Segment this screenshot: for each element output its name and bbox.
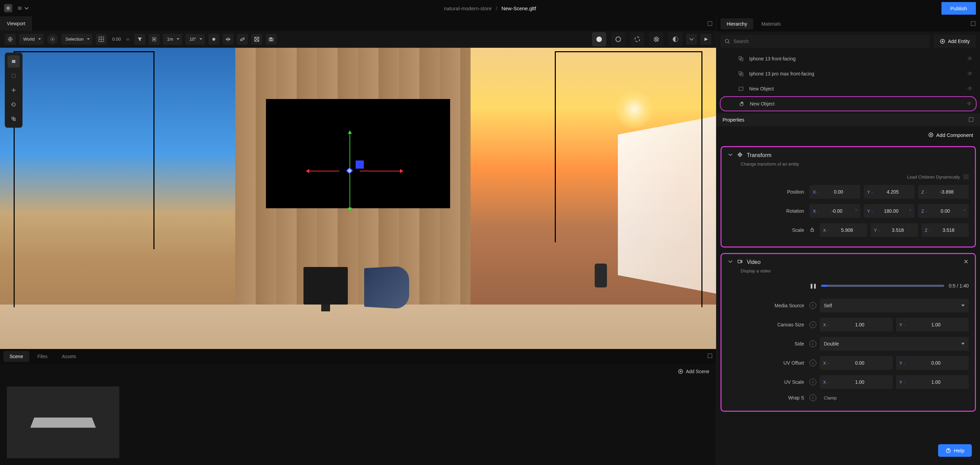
video-screen-object[interactable] — [266, 99, 450, 208]
uv-scale-x-input[interactable]: X-1.00 — [820, 375, 893, 389]
hamburger-menu[interactable] — [16, 3, 30, 13]
tab-viewport[interactable]: Viewport — [0, 16, 32, 31]
svg-point-16 — [270, 38, 272, 40]
side-select[interactable]: Double — [820, 337, 969, 351]
viewport-3d[interactable] — [0, 48, 716, 349]
tool-select-icon[interactable] — [8, 70, 20, 82]
grid-value[interactable]: 0.00 — [110, 37, 123, 42]
snap-angle-select[interactable]: 10° — [186, 34, 205, 45]
uv-offset-y-input[interactable]: Y-0.00 — [896, 356, 969, 370]
close-icon[interactable] — [963, 259, 969, 265]
tv-object-2[interactable] — [364, 265, 409, 309]
snap-distance-select[interactable]: 1m — [163, 34, 182, 45]
app-logo[interactable] — [4, 4, 12, 12]
info-icon[interactable]: i — [810, 394, 816, 401]
grid-unit: m — [127, 37, 130, 41]
transform-tool-icon[interactable] — [223, 34, 234, 45]
play-button[interactable] — [700, 34, 711, 45]
selection-mode-select[interactable]: Selection — [61, 34, 92, 45]
publish-button[interactable]: Publish — [942, 2, 976, 15]
search-input[interactable] — [733, 38, 926, 44]
shading-more-icon[interactable] — [686, 34, 697, 45]
tab-materials[interactable]: Materials — [755, 18, 787, 29]
position-z-input[interactable]: Z--3.898 — [918, 185, 969, 199]
lock-icon[interactable] — [810, 227, 815, 233]
info-icon[interactable]: i — [810, 321, 816, 328]
tv-object-1[interactable] — [304, 267, 348, 305]
assets-popout-icon[interactable] — [707, 353, 713, 360]
tool-move-icon[interactable] — [8, 84, 20, 96]
coord-space-select[interactable]: World — [19, 34, 44, 45]
hierarchy-item[interactable]: Iphone 13 pro max front-facing — [720, 66, 977, 81]
scale-z-input[interactable]: Z-3.518 — [921, 223, 969, 237]
shading-wireframe[interactable] — [630, 32, 644, 46]
canvas-size-x-input[interactable]: X-1.00 — [820, 318, 893, 331]
info-icon[interactable]: i — [810, 302, 816, 309]
chevron-down-icon[interactable] — [728, 152, 733, 159]
media-source-select[interactable]: Self — [820, 299, 969, 312]
pause-button[interactable]: ❚❚ — [810, 283, 816, 289]
snap-target-icon[interactable] — [149, 34, 159, 45]
tab-hierarchy[interactable]: Hierarchy — [721, 18, 753, 29]
pivot-icon[interactable] — [47, 34, 58, 45]
scale-x-input[interactable]: X-5.908 — [820, 223, 867, 237]
position-y-input[interactable]: Y-4.205 — [864, 185, 915, 199]
info-icon[interactable]: i — [810, 360, 816, 366]
grid-icon[interactable] — [96, 34, 107, 45]
coord-space-icon[interactable] — [5, 34, 16, 45]
position-label: Position — [728, 189, 806, 195]
hierarchy-search[interactable] — [721, 35, 929, 48]
add-entity-button[interactable]: Add Entity — [934, 35, 976, 48]
tool-scale-icon[interactable] — [8, 113, 20, 125]
svg-point-36 — [969, 58, 970, 59]
hierarchy-item-label: Iphone 13 pro max front-facing — [749, 71, 814, 77]
hierarchy-item[interactable]: Iphone 13 front-facing — [720, 51, 977, 66]
viewport-popout-icon[interactable] — [707, 21, 713, 26]
helper-icon[interactable] — [251, 34, 262, 45]
help-button[interactable]: Help — [938, 444, 972, 457]
canvas-size-y-input[interactable]: Y-1.00 — [896, 318, 969, 331]
visibility-icon[interactable] — [966, 101, 972, 107]
properties-header: Properties — [716, 113, 980, 126]
add-component-button[interactable]: Add Component — [716, 126, 980, 144]
shading-shadow[interactable] — [668, 32, 682, 46]
properties-popout-icon[interactable] — [969, 117, 974, 123]
chevron-down-icon[interactable] — [728, 259, 733, 265]
add-scene-button[interactable]: Add Scene — [0, 364, 716, 380]
hierarchy-popout-icon[interactable] — [970, 21, 976, 27]
measure-icon[interactable] — [237, 34, 248, 45]
tab-assets[interactable]: Assets — [56, 351, 82, 362]
video-progress-bar[interactable] — [821, 285, 944, 287]
hierarchy-item-label: New Object — [749, 86, 774, 91]
camera-icon[interactable] — [266, 34, 277, 45]
hierarchy-item[interactable]: New Object — [720, 81, 977, 96]
phone-object[interactable] — [595, 264, 607, 288]
tab-scene[interactable]: Scene — [3, 351, 29, 362]
shading-lit[interactable] — [592, 32, 606, 46]
position-x-input[interactable]: X-0.00 — [810, 185, 860, 199]
scene-canvas[interactable] — [0, 48, 716, 349]
visibility-icon[interactable] — [967, 56, 972, 62]
add-scene-label: Add Scene — [686, 369, 710, 374]
shading-unlit[interactable] — [611, 32, 625, 46]
rotation-x-input[interactable]: X--0.00° — [810, 204, 860, 218]
scale-y-input[interactable]: Y-3.518 — [870, 223, 918, 237]
shading-normals[interactable] — [649, 32, 663, 46]
tool-rotate-icon[interactable] — [8, 98, 20, 110]
svg-rect-23 — [13, 118, 15, 120]
info-icon[interactable]: i — [810, 340, 816, 347]
snap-filter-icon[interactable] — [134, 34, 145, 45]
visibility-icon[interactable] — [967, 71, 972, 77]
scene-thumbnail[interactable] — [7, 387, 119, 458]
load-children-checkbox[interactable] — [963, 174, 969, 180]
info-icon[interactable]: i — [810, 379, 816, 385]
uv-offset-x-input[interactable]: X-0.00 — [820, 356, 893, 370]
rotation-z-input[interactable]: Z-0.00° — [918, 204, 969, 218]
visibility-icon[interactable] — [967, 86, 972, 92]
tool-menu-icon[interactable] — [8, 55, 20, 68]
rotation-y-input[interactable]: Y-180.00° — [864, 204, 915, 218]
effects-icon[interactable] — [208, 34, 219, 45]
uv-scale-y-input[interactable]: Y-1.00 — [896, 375, 969, 389]
tab-files[interactable]: Files — [31, 351, 54, 362]
hierarchy-item-selected[interactable]: New Object — [720, 96, 977, 111]
